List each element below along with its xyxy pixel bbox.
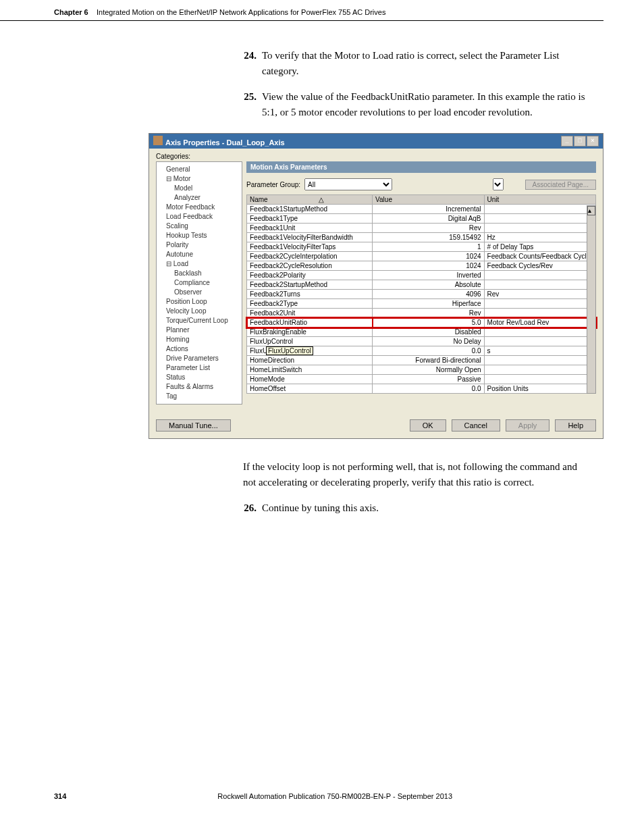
tree-item[interactable]: Tag bbox=[158, 392, 240, 401]
table-row: Feedback2StartupMethodAbsolute bbox=[247, 280, 596, 290]
cancel-button[interactable]: Cancel bbox=[452, 419, 500, 432]
tree-item[interactable]: Load Feedback bbox=[158, 212, 240, 221]
step-number: 26. bbox=[243, 500, 262, 516]
associated-page-button[interactable]: Associated Page... bbox=[525, 180, 596, 190]
step-text: View the value of the FeedbackUnitRatio … bbox=[262, 89, 590, 120]
table-row: FluxUpTimeFluxUpControl0.0s bbox=[247, 346, 596, 356]
page-footer: 314 Rockwell Automation Publication 750-… bbox=[54, 792, 603, 800]
tree-item[interactable]: Position Loop bbox=[158, 297, 240, 307]
dialog-body: Categories: General ⊟ Motor Model Analyz… bbox=[149, 149, 603, 411]
tree-item[interactable]: Homing bbox=[158, 335, 240, 344]
table-row: Feedback1UnitRev bbox=[247, 224, 596, 233]
titlebar: Axis Properties - Dual_Loop_Axis _ □ × bbox=[149, 134, 603, 149]
maximize-button[interactable]: □ bbox=[574, 136, 586, 147]
step-number: 24. bbox=[243, 48, 262, 78]
manual-tune-button[interactable]: Manual Tune... bbox=[156, 419, 231, 432]
dialog-main: General ⊟ Motor Model Analyzer Motor Fee… bbox=[156, 161, 596, 405]
tree-item[interactable]: Motor Feedback bbox=[158, 203, 240, 212]
note-paragraph: If the velocity loop is not performing w… bbox=[243, 459, 590, 490]
tree-item[interactable]: Parameter List bbox=[158, 363, 240, 373]
table-row: Feedback2CycleInterpolation1024Feedback … bbox=[247, 252, 596, 261]
help-button[interactable]: Help bbox=[555, 419, 596, 432]
step-number: 25. bbox=[243, 89, 262, 120]
filter-select[interactable] bbox=[493, 178, 504, 190]
dialog-footer: Manual Tune... OK Cancel Apply Help bbox=[149, 411, 603, 438]
col-unit[interactable]: Unit bbox=[484, 195, 595, 205]
tree-item[interactable]: Planner bbox=[158, 325, 240, 335]
tree-item[interactable]: Drive Parameters bbox=[158, 354, 240, 363]
ok-button[interactable]: OK bbox=[410, 419, 446, 432]
table-row: FluxUpControlNo Delay bbox=[247, 337, 596, 346]
step-text: Continue by tuning this axis. bbox=[262, 500, 590, 516]
tree-item[interactable]: Hookup Tests bbox=[158, 231, 240, 240]
app-icon bbox=[153, 136, 163, 145]
table-row: FluxBrakingEnableDisabled bbox=[247, 328, 596, 337]
tree-item[interactable]: Scaling bbox=[158, 221, 240, 231]
table-row: Feedback2UnitRev bbox=[247, 309, 596, 318]
col-name[interactable]: Name △ bbox=[247, 195, 373, 205]
col-value[interactable]: Value bbox=[373, 195, 484, 205]
tooltip: FluxUpControl bbox=[266, 346, 313, 355]
param-group-select[interactable]: All bbox=[304, 178, 392, 190]
tree-item[interactable]: Compliance bbox=[158, 278, 240, 288]
param-group-row: Parameter Group: All Associated Page... bbox=[246, 178, 596, 190]
table-row: HomeOffset0.0Position Units bbox=[247, 384, 596, 394]
chapter-title: Integrated Motion on the EtherNet/IP Net… bbox=[97, 8, 385, 16]
table-row: Feedback2PolarityInverted bbox=[247, 271, 596, 280]
page-number: 314 bbox=[54, 792, 66, 800]
tree-item[interactable]: Polarity bbox=[158, 240, 240, 250]
vertical-scrollbar[interactable]: ▴ bbox=[587, 205, 596, 394]
tree-item[interactable]: Faults & Alarms bbox=[158, 382, 240, 392]
table-row-highlight: FeedbackUnitRatio5.0Motor Rev/Load Rev bbox=[247, 318, 596, 328]
parameter-grid[interactable]: Name △ Value Unit Feedback1StartupMethod… bbox=[246, 194, 596, 394]
table-row: Feedback1VelocityFilterBandwidth159.1549… bbox=[247, 233, 596, 242]
table-row: Feedback2CycleResolution1024Feedback Cyc… bbox=[247, 261, 596, 271]
table-row: HomeModePassive bbox=[247, 375, 596, 384]
table-row: Feedback1StartupMethodIncremental bbox=[247, 205, 596, 214]
categories-label: Categories: bbox=[156, 153, 596, 160]
screenshot-dialog: Axis Properties - Dual_Loop_Axis _ □ × C… bbox=[149, 133, 603, 439]
tree-item[interactable]: General bbox=[158, 165, 240, 174]
tree-item[interactable]: Torque/Current Loop bbox=[158, 316, 240, 325]
post-screenshot-text: If the velocity loop is not performing w… bbox=[243, 459, 590, 516]
close-button[interactable]: × bbox=[587, 136, 599, 147]
right-panel: Motion Axis Parameters Parameter Group: … bbox=[246, 161, 596, 405]
body-text: 24. To verify that the Motor to Load rat… bbox=[243, 48, 590, 120]
step-text: To verify that the Motor to Load ratio i… bbox=[262, 48, 590, 78]
tree-item[interactable]: Status bbox=[158, 373, 240, 382]
tree-item[interactable]: ⊟ Motor bbox=[158, 174, 240, 184]
table-row: Feedback1VelocityFilterTaps1# of Delay T… bbox=[247, 242, 596, 252]
step-25: 25. View the value of the FeedbackUnitRa… bbox=[243, 89, 590, 120]
tree-item[interactable]: Backlash bbox=[158, 269, 240, 278]
tree-item[interactable]: Velocity Loop bbox=[158, 307, 240, 316]
panel-title: Motion Axis Parameters bbox=[246, 161, 596, 173]
table-row: HomeDirectionForward Bi-directional bbox=[247, 356, 596, 365]
table-row: HomeLimitSwitchNormally Open bbox=[247, 365, 596, 375]
tree-item[interactable]: Model bbox=[158, 184, 240, 193]
window-buttons: _ □ × bbox=[561, 136, 599, 147]
tree-item[interactable]: Autotune bbox=[158, 250, 240, 259]
tree-item[interactable]: Observer bbox=[158, 288, 240, 297]
apply-button[interactable]: Apply bbox=[506, 419, 550, 432]
publication-info: Rockwell Automation Publication 750-RM00… bbox=[217, 792, 452, 800]
minimize-button[interactable]: _ bbox=[561, 136, 573, 147]
table-row: Feedback1TypeDigital AqB bbox=[247, 214, 596, 224]
page-header: Chapter 6 Integrated Motion on the Ether… bbox=[0, 0, 603, 21]
scroll-up-icon[interactable]: ▴ bbox=[587, 206, 595, 215]
tree-item[interactable]: Actions bbox=[158, 344, 240, 354]
tree-item[interactable]: Analyzer bbox=[158, 193, 240, 203]
category-tree[interactable]: General ⊟ Motor Model Analyzer Motor Fee… bbox=[156, 161, 242, 405]
parameter-grid-wrap: Name △ Value Unit Feedback1StartupMethod… bbox=[246, 194, 596, 394]
table-row: Feedback2Turns4096Rev bbox=[247, 290, 596, 299]
table-row: Feedback2TypeHiperface bbox=[247, 299, 596, 309]
window-title: Axis Properties - Dual_Loop_Axis bbox=[153, 136, 285, 147]
step-26: 26. Continue by tuning this axis. bbox=[243, 500, 590, 516]
axis-properties-dialog: Axis Properties - Dual_Loop_Axis _ □ × C… bbox=[149, 133, 603, 439]
param-group-label: Parameter Group: bbox=[246, 181, 300, 188]
tree-item[interactable]: ⊟ Load bbox=[158, 259, 240, 269]
step-24: 24. To verify that the Motor to Load rat… bbox=[243, 48, 590, 78]
chapter-label: Chapter 6 bbox=[54, 8, 88, 16]
grid-header-row: Name △ Value Unit bbox=[247, 195, 596, 205]
